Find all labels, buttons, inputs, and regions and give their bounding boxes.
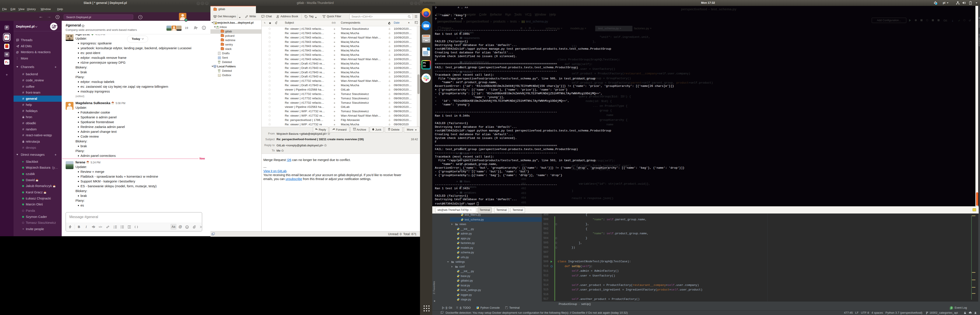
svg-text:?: ? (140, 16, 141, 19)
svg-text:3: 3 (113, 228, 115, 229)
